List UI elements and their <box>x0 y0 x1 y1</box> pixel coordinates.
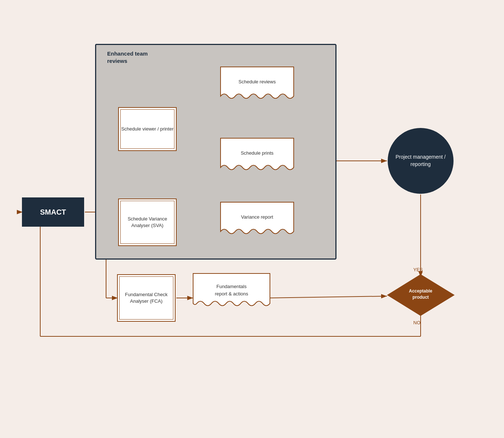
smact-box: SMACT <box>22 197 84 227</box>
svg-line-21 <box>268 296 387 298</box>
smact-label: SMACT <box>40 208 66 216</box>
enhanced-team-reviews-box: Enhanced team reviews Schedule viewer / … <box>95 44 336 260</box>
project-management-label: Project management / reporting <box>388 150 454 171</box>
svg-text:product: product <box>413 295 429 300</box>
schedule-viewer-printer-box: Schedule viewer / printer <box>118 107 177 151</box>
svg-text:report & actions: report & actions <box>215 291 248 297</box>
svg-text:Schedule reviews: Schedule reviews <box>238 79 276 84</box>
project-management-circle: Project management / reporting <box>388 128 454 194</box>
svg-text:Schedule prints: Schedule prints <box>241 150 274 156</box>
enhanced-box-title: Enhanced team reviews <box>107 50 148 64</box>
fundamental-check-analyser-box: Fundamental Check Analyser (FCA) <box>117 274 176 322</box>
svg-text:Fundamentals: Fundamentals <box>217 284 247 289</box>
svg-text:Acceptable: Acceptable <box>409 288 432 294</box>
yes-label: YES <box>413 267 423 272</box>
acceptable-product-diamond: Acceptable product <box>387 274 455 316</box>
schedule-variance-analyser-box: Schedule Variance Analyser (SVA) <box>118 199 177 246</box>
no-label: NO <box>413 320 421 325</box>
svg-text:Variance report: Variance report <box>241 214 273 220</box>
